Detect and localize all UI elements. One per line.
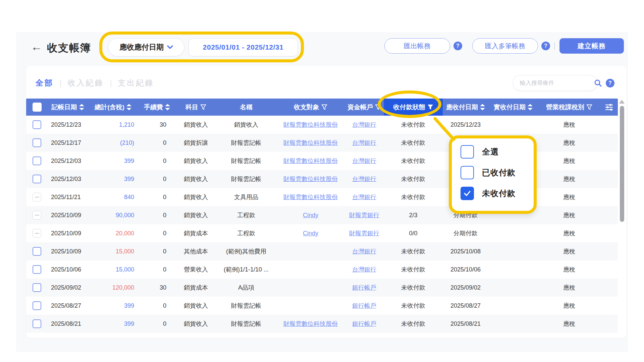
filter-checkbox-paid[interactable] xyxy=(461,166,474,179)
row-checkbox[interactable] xyxy=(33,120,41,129)
export-button[interactable]: 匯出帳務 xyxy=(384,38,450,54)
cell-counterparty-value[interactable]: 財報雲數位科技股份 xyxy=(283,320,338,328)
date-type-dropdown[interactable]: 應收應付日期 xyxy=(108,38,184,56)
column-header-name[interactable]: 名稱 xyxy=(216,99,276,116)
scrollbar-up-icon[interactable] xyxy=(619,100,625,104)
cell-account-value[interactable]: 銀行帳戶 xyxy=(352,302,376,310)
column-header-column-settings[interactable] xyxy=(600,99,618,116)
row-checkbox[interactable] xyxy=(33,301,41,310)
cell-name: 財報雲記帳 xyxy=(216,157,276,165)
cell-date-value: 2025/10/09 xyxy=(51,212,81,219)
column-header-date[interactable]: 記帳日期 xyxy=(48,99,88,116)
cell-account-value[interactable]: 台灣銀行 xyxy=(352,121,376,129)
cell-counterparty-value[interactable]: 財報雲數位科技股份 xyxy=(283,157,338,165)
tab-income[interactable]: 收入紀錄 xyxy=(68,78,104,88)
column-header-actual-date[interactable]: 實收付日期 xyxy=(488,99,538,116)
filter-option-paid[interactable]: 已收付款 xyxy=(461,166,534,179)
cell-account: 台灣銀行 xyxy=(345,139,384,147)
cell-tax-type-value: 應稅 xyxy=(563,320,575,328)
cell-total-value: 1,210 xyxy=(119,121,134,128)
row-checkbox[interactable] xyxy=(33,138,41,147)
column-header-total[interactable]: 總計(含稅) xyxy=(88,99,138,116)
cell-counterparty-value[interactable]: Cindy xyxy=(303,212,318,219)
cell-counterparty: 財報雲數位科技股份 xyxy=(276,193,345,201)
row-checkbox[interactable] xyxy=(33,157,41,165)
row-checkbox[interactable] xyxy=(33,283,41,292)
filter-option-unpaid[interactable]: 未收付款 xyxy=(461,187,534,200)
tab-expense[interactable]: 支出紀錄 xyxy=(118,78,154,88)
cell-category-value: 營業收入 xyxy=(184,265,208,274)
row-checkbox[interactable] xyxy=(33,265,41,274)
cell-account-value[interactable]: 銀行帳戶 xyxy=(352,320,376,328)
sort-icon xyxy=(480,104,485,110)
column-header-select-all[interactable] xyxy=(26,99,48,116)
row-checkbox[interactable] xyxy=(33,319,41,328)
cell-counterparty-value[interactable]: 財報雲數位科技股份 xyxy=(283,175,338,183)
filter-checkbox-unpaid[interactable] xyxy=(461,187,474,200)
back-arrow-icon[interactable]: ← xyxy=(31,40,42,53)
row-checkbox[interactable] xyxy=(33,175,41,183)
payment-status-filter-popup: 全選已收付款未收付款 xyxy=(449,135,537,214)
create-button[interactable]: 建立帳務 xyxy=(559,38,624,54)
search-input[interactable] xyxy=(520,80,594,86)
cell-due-date-value: 2025/08/21 xyxy=(450,320,481,327)
cell-due-date-value: 2025/12/23 xyxy=(450,121,481,128)
column-header-fee[interactable]: 手續費 xyxy=(138,99,176,116)
row-checkbox[interactable] xyxy=(33,211,41,220)
cell-category-value: 銷貨收入 xyxy=(184,175,208,183)
search-icon[interactable] xyxy=(594,79,602,87)
cell-account-value[interactable]: 銀行帳戶 xyxy=(352,284,376,292)
cell-account-value[interactable]: 台灣銀行 xyxy=(352,193,376,201)
search-help-icon[interactable]: ? xyxy=(606,79,614,87)
row-checkbox[interactable] xyxy=(33,229,41,238)
cell-total: 399 xyxy=(88,302,138,309)
cell-account-value[interactable]: 財報雲銀行 xyxy=(349,211,379,219)
cell-account-value[interactable]: 財報雲銀行 xyxy=(349,229,379,237)
cell-payment-status: 未收付款 xyxy=(384,265,443,274)
tab-all[interactable]: 全部 xyxy=(36,78,54,88)
tab-separator: | xyxy=(110,79,112,87)
cell-category: 銷貨收入 xyxy=(176,121,216,129)
cell-account-value[interactable]: 台灣銀行 xyxy=(352,175,376,183)
column-label: 總計(含稅) xyxy=(95,103,124,112)
row-checkbox[interactable] xyxy=(33,247,41,256)
cell-counterparty-value[interactable]: Cindy xyxy=(303,230,318,237)
date-range-picker[interactable]: 2025/01/01 - 2025/12/31 xyxy=(189,38,298,56)
cell-name: 財報雲記帳 xyxy=(216,175,276,183)
cell-account-value[interactable]: 台灣銀行 xyxy=(352,265,376,274)
cell-counterparty: Cindy xyxy=(276,230,345,237)
cell-total: 399 xyxy=(88,176,138,183)
export-help-icon[interactable]: ? xyxy=(453,42,462,50)
column-header-counterparty[interactable]: 收支對象 xyxy=(276,99,345,116)
import-help-icon[interactable]: ? xyxy=(541,42,550,50)
select-all-checkbox[interactable] xyxy=(33,103,42,112)
cell-date-value: 2025/12/03 xyxy=(51,176,81,183)
column-header-account[interactable]: 資金帳戶 xyxy=(345,99,384,116)
column-header-tax-type[interactable]: 營業稅課稅別 xyxy=(538,99,600,116)
cell-payment-status-value: 未收付款 xyxy=(401,193,425,201)
import-button[interactable]: 匯入多筆帳務 xyxy=(472,38,538,54)
column-header-payment-status[interactable]: 收付款狀態 xyxy=(384,99,443,116)
cell-counterparty-value[interactable]: 財報雲數位科技股份 xyxy=(283,121,338,129)
column-header-due-date[interactable]: 應收付日期 xyxy=(443,99,488,116)
row-checkbox[interactable] xyxy=(33,193,41,201)
cell-fee-value: 0 xyxy=(163,302,166,309)
filter-option-select-all[interactable]: 全選 xyxy=(461,145,534,159)
cell-date: 2025/12/03 xyxy=(48,158,88,165)
cell-fee: 0 xyxy=(138,158,176,165)
search-box[interactable] xyxy=(513,75,597,91)
cell-payment-status: 未收付款 xyxy=(384,121,443,129)
cell-account-value[interactable]: 台灣銀行 xyxy=(352,247,376,255)
column-header-category[interactable]: 科目 xyxy=(176,99,216,116)
column-label: 營業稅課稅別 xyxy=(546,103,584,112)
cell-counterparty-value[interactable]: 財報雲數位科技股份 xyxy=(283,193,338,201)
cell-total-value: 120,000 xyxy=(112,284,134,291)
cell-account-value[interactable]: 台灣銀行 xyxy=(352,157,376,165)
cell-account-value[interactable]: 台灣銀行 xyxy=(352,139,376,147)
cell-date: 2025/12/03 xyxy=(48,176,88,183)
filter-checkbox-select-all[interactable] xyxy=(461,145,474,159)
cell-name-value: 財報雲記帳 xyxy=(231,302,261,310)
scrollbar-thumb[interactable] xyxy=(620,106,624,222)
cell-payment-status-value: 未收付款 xyxy=(401,175,425,183)
cell-counterparty-value[interactable]: 財報雲數位科技股份 xyxy=(283,139,338,147)
